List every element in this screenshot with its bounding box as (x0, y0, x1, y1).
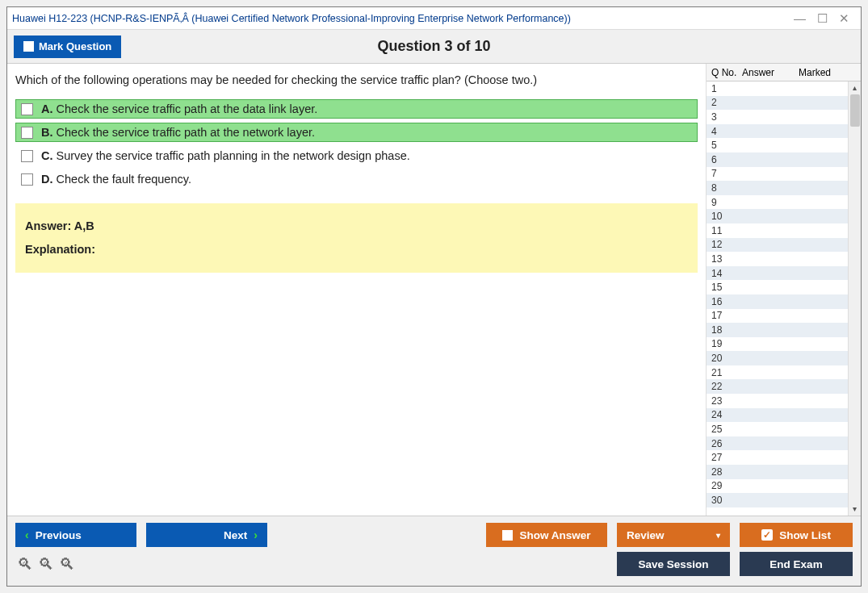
next-label: Next (224, 529, 247, 541)
triangle-down-icon: ▾ (716, 531, 720, 540)
minimize-icon[interactable]: — (794, 11, 806, 26)
chevron-left-icon: ‹ (25, 528, 29, 541)
question-list-row[interactable]: 28 (707, 465, 848, 479)
option-label: A. Check the service traffic path at the… (41, 102, 317, 115)
question-list-row[interactable]: 16 (707, 294, 848, 309)
zoom-controls: 🔍︎ 🔍︎ 🔍︎ (15, 555, 75, 574)
app-window: Huawei H12-223 (HCNP-R&S-IENPÃ‚Â (Huawei… (6, 6, 862, 587)
scroll-thumb[interactable] (850, 94, 860, 127)
question-list-row[interactable]: 7 (707, 167, 848, 182)
footer-row-2: 🔍︎ 🔍︎ 🔍︎ Save Session End Exam (15, 552, 853, 576)
question-list-row[interactable]: 22 (707, 379, 848, 394)
question-list-row[interactable]: 30 (707, 493, 848, 507)
show-list-button[interactable]: ✓ Show List (740, 523, 853, 547)
option-label: C. Survey the service traffic path plann… (41, 149, 410, 162)
col-qno: Q No. (707, 67, 742, 78)
square-icon (502, 530, 513, 541)
previous-label: Previous (36, 529, 82, 541)
question-list-row[interactable]: 26 (707, 436, 848, 451)
question-panel: Which of the following operations may be… (7, 64, 706, 516)
answer-panel: Answer: A,B Explanation: (15, 203, 698, 273)
close-icon[interactable]: ✕ (839, 11, 849, 26)
question-list-row[interactable]: 5 (707, 138, 848, 152)
question-list-row[interactable]: 3 (707, 110, 848, 124)
review-button[interactable]: Review ▾ (617, 523, 730, 547)
check-icon: ✓ (761, 529, 773, 541)
question-list-row[interactable]: 8 (707, 181, 848, 195)
chevron-right-icon: › (254, 528, 258, 541)
question-list-row[interactable]: 4 (707, 124, 848, 139)
question-list-row[interactable]: 20 (707, 351, 848, 365)
scroll-down-icon[interactable]: ▾ (849, 503, 861, 516)
option-checkbox[interactable] (21, 150, 33, 162)
question-list-row[interactable]: 11 (707, 223, 848, 238)
question-list-row[interactable]: 18 (707, 323, 848, 337)
end-exam-label: End Exam (769, 558, 822, 570)
option-checkbox[interactable] (21, 173, 33, 186)
previous-button[interactable]: ‹ Previous (15, 523, 136, 547)
window-title: Huawei H12-223 (HCNP-R&S-IENPÃ‚Â (Huawei… (12, 13, 794, 24)
option-row[interactable]: B. Check the service traffic path at the… (15, 123, 698, 142)
answer-line: Answer: A,B (25, 215, 688, 238)
zoom-out-icon[interactable]: 🔍︎ (59, 555, 75, 574)
save-session-button[interactable]: Save Session (617, 552, 730, 576)
question-list-row[interactable]: 13 (707, 252, 848, 266)
question-list-row[interactable]: 10 (707, 209, 848, 223)
mark-question-button[interactable]: Mark Question (14, 35, 121, 58)
option-checkbox[interactable] (21, 103, 33, 115)
option-label: D. Check the fault frequency. (41, 173, 191, 186)
question-list-row[interactable]: 9 (707, 195, 848, 210)
question-text: Which of the following operations may be… (15, 73, 698, 86)
option-row[interactable]: D. Check the fault frequency. (15, 169, 698, 189)
mark-question-label: Mark Question (39, 40, 111, 52)
col-marked: Marked (799, 67, 861, 78)
checkbox-icon (23, 41, 34, 52)
option-checkbox[interactable] (21, 127, 33, 139)
question-list-row[interactable]: 23 (707, 394, 848, 408)
question-list-header: Q No. Answer Marked (707, 64, 861, 81)
question-list-row[interactable]: 15 (707, 280, 848, 294)
scrollbar[interactable]: ▴ ▾ (848, 81, 861, 516)
question-list-row[interactable]: 12 (707, 238, 848, 253)
question-list-row[interactable]: 2 (707, 96, 848, 111)
question-list-row[interactable]: 27 (707, 450, 848, 465)
footer: ‹ Previous Next › Show Answer Review ▾ ✓… (7, 516, 861, 586)
window-controls: — ☐ ✕ (794, 11, 856, 26)
question-list-row[interactable]: 1 (707, 81, 848, 96)
footer-row-1: ‹ Previous Next › Show Answer Review ▾ ✓… (15, 523, 853, 547)
scroll-up-icon[interactable]: ▴ (849, 81, 861, 94)
question-list-row[interactable]: 25 (707, 422, 848, 436)
save-session-label: Save Session (638, 558, 708, 570)
question-list-row[interactable]: 29 (707, 479, 848, 494)
question-list-row[interactable]: 17 (707, 309, 848, 324)
question-list-row[interactable]: 21 (707, 365, 848, 380)
titlebar: Huawei H12-223 (HCNP-R&S-IENPÃ‚Â (Huawei… (7, 7, 861, 30)
question-list-row[interactable]: 19 (707, 337, 848, 352)
maximize-icon[interactable]: ☐ (817, 11, 828, 26)
header-bar: Mark Question Question 3 of 10 (7, 30, 861, 64)
next-button[interactable]: Next › (146, 523, 267, 547)
question-list-row[interactable]: 6 (707, 152, 848, 167)
question-list-panel: Q No. Answer Marked 12345678910111213141… (706, 64, 861, 516)
zoom-reset-icon[interactable]: 🔍︎ (38, 555, 54, 574)
show-answer-label: Show Answer (519, 529, 590, 541)
option-row[interactable]: C. Survey the service traffic path plann… (15, 146, 698, 165)
explanation-label: Explanation: (25, 238, 688, 261)
show-list-label: Show List (779, 529, 831, 541)
main-content: Which of the following operations may be… (7, 64, 861, 516)
option-row[interactable]: A. Check the service traffic path at the… (15, 99, 698, 119)
col-answer: Answer (742, 67, 799, 78)
show-answer-button[interactable]: Show Answer (486, 523, 607, 547)
zoom-in-icon[interactable]: 🔍︎ (17, 555, 33, 574)
question-list[interactable]: 1234567891011121314151617181920212223242… (707, 81, 848, 516)
option-label: B. Check the service traffic path at the… (41, 126, 315, 139)
end-exam-button[interactable]: End Exam (740, 552, 853, 576)
review-label: Review (627, 529, 665, 541)
question-list-row[interactable]: 14 (707, 266, 848, 281)
question-counter: Question 3 of 10 (7, 38, 861, 55)
question-list-row[interactable]: 24 (707, 408, 848, 423)
question-list-wrap: 1234567891011121314151617181920212223242… (707, 81, 861, 516)
options-list: A. Check the service traffic path at the… (15, 99, 698, 189)
